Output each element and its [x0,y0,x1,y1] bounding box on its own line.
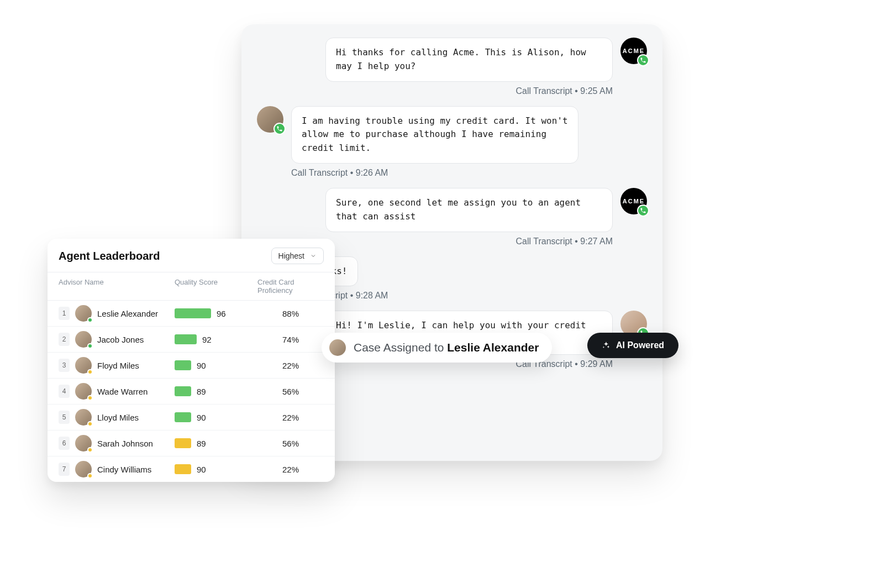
quality-score-cell: 89 [175,438,257,448]
table-row[interactable]: 1Leslie Alexander9688% [48,301,335,327]
message-block: I am having trouble using my credit card… [257,106,647,178]
agent-cell: 5Lloyd Miles [59,409,175,426]
score-bar [175,360,191,370]
score-value: 89 [197,387,206,396]
score-value: 92 [202,335,212,344]
sort-dropdown[interactable]: Highest [271,248,324,264]
agent-name: Wade Warren [97,387,148,396]
phone-icon [273,123,286,135]
chevron-down-icon [310,253,317,259]
rank-badge: 6 [59,437,70,450]
score-value: 89 [197,439,206,448]
proficiency-cell: 22% [257,413,324,422]
message-row: Hi thanks for calling Acme. This is Alis… [257,38,647,82]
proficiency-cell: 74% [257,335,324,344]
agent-cell: 6Sarah Johnson [59,435,175,452]
table-row[interactable]: 5Lloyd Miles9022% [48,405,335,431]
assigned-agent-avatar [329,339,346,356]
agent-name: Jacob Jones [97,335,144,344]
table-row[interactable]: 7Cindy Williams9022% [48,456,335,482]
score-value: 90 [197,361,206,370]
ai-powered-badge: AI Powered [587,333,678,358]
sparkle-icon [602,341,611,350]
leaderboard-card: Agent Leaderboard Highest Advisor Name Q… [48,239,335,482]
assigned-prefix: Case Assigned to [354,341,447,354]
agent-name: Leslie Alexander [97,309,158,318]
status-dot [87,447,93,453]
quality-score-cell: 90 [175,464,257,474]
quality-score-cell: 96 [175,308,257,318]
quality-score-cell: 90 [175,360,257,370]
agent-name: Sarah Johnson [97,439,153,448]
score-value: 90 [197,413,206,422]
avatar-label: ACME [623,48,645,54]
message-row: I am having trouble using my credit card… [257,106,647,164]
agent-avatar [75,435,92,452]
score-bar [175,386,191,396]
proficiency-cell: 56% [257,387,324,396]
message-meta: Call Transcript • 9:26 AM [257,168,647,178]
score-bar [175,438,191,448]
agent-cell: 2Jacob Jones [59,331,175,348]
status-dot [87,473,93,479]
agent-cell: 3Floyd Miles [59,357,175,374]
rank-badge: 5 [59,411,70,424]
col-quality-score: Quality Score [175,278,257,295]
rank-badge: 7 [59,463,70,476]
agent-cell: 1Leslie Alexander [59,305,175,322]
status-dot [87,369,93,375]
table-row[interactable]: 6Sarah Johnson8956% [48,431,335,456]
assigned-agent-name: Leslie Alexander [447,341,539,354]
status-dot [87,421,93,427]
status-dot [87,395,93,401]
agent-avatar [75,357,92,374]
score-bar [175,412,191,422]
rank-badge: 2 [59,333,70,346]
leaderboard-columns: Advisor Name Quality Score Credit Card P… [48,272,335,301]
message-bubble: Sure, one second let me assign you to an… [325,188,613,232]
acme-avatar: ACME [620,38,647,64]
proficiency-cell: 56% [257,439,324,448]
rank-badge: 4 [59,385,70,398]
ai-badge-label: AI Powered [616,340,664,350]
rank-badge: 3 [59,359,70,372]
proficiency-cell: 88% [257,309,324,318]
message-meta: Call Transcript • 9:25 AM [257,86,647,96]
status-dot [87,343,93,349]
agent-cell: 4Wade Warren [59,383,175,400]
quality-score-cell: 92 [175,334,257,344]
message-block: Sure, one second let me assign you to an… [257,188,647,246]
agent-avatar [75,383,92,400]
avatar-label: ACME [623,198,645,204]
agent-avatar [75,409,92,426]
acme-avatar: ACME [620,188,647,214]
proficiency-cell: 22% [257,465,324,474]
agent-avatar [75,331,92,348]
customer-avatar [257,106,283,133]
score-bar [175,308,211,318]
table-row[interactable]: 3Floyd Miles9022% [48,353,335,379]
score-bar [175,334,197,344]
agent-name: Lloyd Miles [97,413,139,422]
agent-name: Cindy Williams [97,465,151,474]
proficiency-cell: 22% [257,361,324,370]
leaderboard-rows: 1Leslie Alexander9688%2Jacob Jones9274%3… [48,301,335,482]
table-row[interactable]: 4Wade Warren8956% [48,379,335,405]
agent-avatar [75,305,92,322]
score-value: 96 [217,309,226,318]
message-bubble: Hi thanks for calling Acme. This is Alis… [325,38,613,82]
table-row[interactable]: 2Jacob Jones9274% [48,327,335,353]
quality-score-cell: 90 [175,412,257,422]
col-advisor-name: Advisor Name [59,278,175,295]
phone-icon [637,54,649,66]
agent-name: Floyd Miles [97,361,139,370]
score-value: 90 [197,465,206,474]
message-block: Hi thanks for calling Acme. This is Alis… [257,38,647,96]
rank-badge: 1 [59,307,70,320]
case-assigned-pill: Case Assigned to Leslie Alexander [322,333,552,363]
agent-cell: 7Cindy Williams [59,461,175,477]
quality-score-cell: 89 [175,386,257,396]
sort-dropdown-label: Highest [278,251,304,260]
leaderboard-title: Agent Leaderboard [59,250,160,262]
agent-avatar [75,461,92,477]
